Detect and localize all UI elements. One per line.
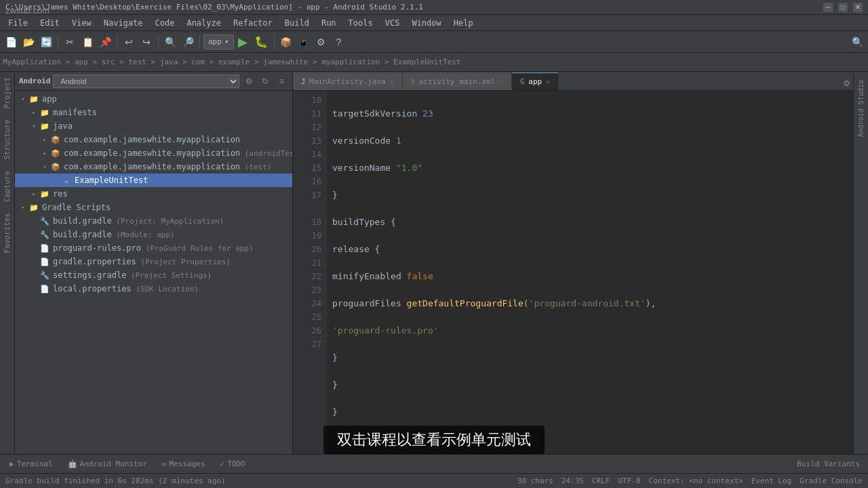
- arrow-package-androidtest: ▸: [39, 148, 50, 159]
- tab-mainactivity-close[interactable]: ✕: [390, 78, 394, 85]
- app-dropdown[interactable]: app ▾: [203, 35, 234, 49]
- terminal-icon: ▶: [9, 460, 14, 468]
- event-log-btn[interactable]: Event Log: [751, 476, 792, 485]
- menu-code[interactable]: Code: [150, 17, 180, 29]
- tab-mainactivity[interactable]: J MainActivity.java ✕: [293, 73, 403, 90]
- find-button[interactable]: 🔍: [162, 34, 178, 50]
- tree-item-build-gradle-project[interactable]: ▸ 🔧 build.gradle (Project: MyApplication…: [15, 214, 292, 228]
- tree-item-gradle-properties[interactable]: ▸ 📄 gradle.properties (Project Propertie…: [15, 255, 292, 268]
- search-everywhere-button[interactable]: 🔍: [849, 34, 865, 50]
- settings-button[interactable]: ⚙: [313, 34, 330, 50]
- build-variants-label[interactable]: Build Variants: [791, 460, 865, 468]
- tree-item-package-test[interactable]: ▾ 📦 com.example.jameswhite.myapplication…: [15, 160, 292, 174]
- debug-button[interactable]: 🐛: [252, 35, 271, 48]
- redo-button[interactable]: ↪: [138, 34, 155, 50]
- editor-settings-btn[interactable]: ⚙: [840, 77, 853, 90]
- left-panel-icons: Project Structure Capture Favorites: [0, 72, 15, 454]
- tab-activity-main-xml[interactable]: X activity_main.xml ✕: [403, 73, 513, 90]
- label-package-androidtest: com.example.jameswhite.myapplication (an…: [64, 148, 292, 158]
- sync-icon[interactable]: ↻: [258, 75, 272, 88]
- tree-item-exampleunittest[interactable]: ▸ ☕ ExampleUnitTest: [15, 174, 292, 187]
- folder-icon-manifests: 📁: [39, 107, 50, 118]
- android-studio-label[interactable]: Android Studio: [856, 75, 866, 142]
- maximize-button[interactable]: □: [838, 3, 848, 12]
- tab-mainactivity-label: MainActivity.java: [309, 77, 386, 86]
- menu-edit[interactable]: Edit: [35, 17, 65, 29]
- cog-icon[interactable]: ⚙: [242, 75, 256, 88]
- menu-refactor[interactable]: Refactor: [228, 17, 278, 29]
- tree-item-java[interactable]: ▾ 📁 java: [15, 119, 292, 133]
- arrow-gradle-scripts: ▾: [18, 202, 28, 213]
- sdk-manager-button[interactable]: 📦: [278, 34, 294, 50]
- minimize-button[interactable]: ─: [823, 3, 833, 12]
- xml-icon: X: [411, 78, 415, 85]
- gradle-console-btn[interactable]: Gradle Console: [800, 476, 863, 485]
- file-tree-content: ▾ 📁 app ▸ 📁 manifests ▾ 📁 java ▸ 📦 com.e…: [15, 91, 292, 454]
- tree-item-manifests[interactable]: ▸ 📁 manifests: [15, 106, 292, 119]
- window-controls: ─ □ ✕: [823, 3, 863, 12]
- help-button[interactable]: ?: [331, 34, 347, 50]
- tree-item-settings-gradle[interactable]: ▸ 🔧 settings.gradle (Project Settings): [15, 268, 292, 282]
- menu-bar: File Edit View Navigate Code Analyze Ref…: [0, 15, 868, 31]
- paste-button[interactable]: 📌: [97, 34, 113, 50]
- menu-help[interactable]: Help: [448, 17, 479, 29]
- menu-analyze[interactable]: Analyze: [181, 17, 226, 29]
- menu-window[interactable]: Window: [406, 17, 446, 29]
- tree-item-gradle-scripts[interactable]: ▾ 📁 Gradle Scripts: [15, 201, 292, 214]
- folder-icon-app: 📁: [28, 94, 39, 104]
- breadcrumb: MyApplication > app > src > test > java …: [3, 58, 461, 66]
- tab-activity-close[interactable]: ✕: [499, 78, 503, 85]
- menu-run[interactable]: Run: [316, 17, 342, 29]
- right-sidebar: Android Studio: [853, 72, 868, 454]
- menu-view[interactable]: View: [66, 17, 97, 29]
- tab-terminal[interactable]: ▶ Terminal: [3, 457, 60, 471]
- tree-item-proguard[interactable]: ▸ 📄 proguard-rules.pro (ProGuard Rules f…: [15, 241, 292, 255]
- label-package-main: com.example.jameswhite.myapplication: [64, 135, 240, 144]
- tab-app-gradle[interactable]: G app ✕: [512, 73, 559, 90]
- favorites-panel-label[interactable]: Favorites: [1, 207, 13, 259]
- close-button[interactable]: ✕: [853, 3, 863, 12]
- code-content[interactable]: targetSdkVersion 23 versionCode 1 versio…: [327, 91, 853, 454]
- tree-item-package-main[interactable]: ▸ 📦 com.example.jameswhite.myapplication: [15, 133, 292, 146]
- android-dropdown[interactable]: Android Project: [53, 75, 239, 88]
- tab-app-close[interactable]: ✕: [546, 78, 550, 85]
- project-panel-label[interactable]: Project: [1, 72, 13, 114]
- build-status: Gradle build finished in 6s 282ms (2 min…: [5, 476, 226, 485]
- toolbar-sep-1: [58, 35, 58, 49]
- copy-button[interactable]: 📋: [79, 34, 96, 50]
- open-button[interactable]: 📂: [20, 34, 37, 50]
- menu-vcs[interactable]: VCS: [380, 17, 406, 29]
- main-layout: Project Structure Capture Favorites Andr…: [0, 72, 868, 454]
- label-build-gradle-project: build.gradle (Project: MyApplication): [53, 216, 224, 226]
- arrow-settings-gradle: ▸: [28, 270, 39, 281]
- avd-manager-button[interactable]: 📱: [296, 34, 312, 50]
- sync-button[interactable]: 🔄: [38, 34, 54, 50]
- tree-item-local-properties[interactable]: ▸ 📄 local.properties (SDK Location): [15, 282, 292, 296]
- file-tree-toolbar: Android Android Project ⚙ ↻ ≡: [15, 72, 292, 91]
- structure-panel-label[interactable]: Structure: [1, 114, 13, 165]
- collapse-icon[interactable]: ≡: [275, 75, 288, 88]
- replace-button[interactable]: 🔎: [180, 34, 196, 50]
- capture-panel-label[interactable]: Capture: [1, 165, 13, 207]
- tree-item-app[interactable]: ▾ 📁 app: [15, 92, 292, 106]
- new-button[interactable]: 📄: [3, 34, 19, 50]
- undo-button[interactable]: ↩: [121, 34, 137, 50]
- cut-button[interactable]: ✂: [62, 34, 78, 50]
- menu-file[interactable]: File: [3, 17, 33, 29]
- tree-item-package-androidtest[interactable]: ▸ 📦 com.example.jameswhite.myapplication…: [15, 146, 292, 160]
- menu-build[interactable]: Build: [279, 17, 315, 29]
- tab-android-monitor[interactable]: 🤖 Android Monitor: [61, 457, 154, 471]
- android-monitor-label: Android Monitor: [80, 460, 147, 468]
- messages-label: Messages: [170, 460, 205, 468]
- cursor-position: 24:35: [561, 476, 584, 485]
- tree-item-res[interactable]: ▸ 📁 res: [15, 187, 292, 201]
- tab-todo[interactable]: ✓ TODO: [214, 457, 252, 471]
- java-icon: J: [301, 78, 305, 85]
- line-ending: CRLF: [592, 476, 610, 485]
- tree-item-build-gradle-module[interactable]: ▸ 🔧 build.gradle (Module: app): [15, 228, 292, 241]
- run-button[interactable]: ▶: [235, 35, 250, 49]
- menu-navigate[interactable]: Navigate: [98, 17, 149, 29]
- gradle-icon-project: 🔧: [39, 216, 50, 226]
- tab-messages[interactable]: ✉ Messages: [155, 457, 212, 471]
- menu-tools[interactable]: Tools: [343, 17, 378, 29]
